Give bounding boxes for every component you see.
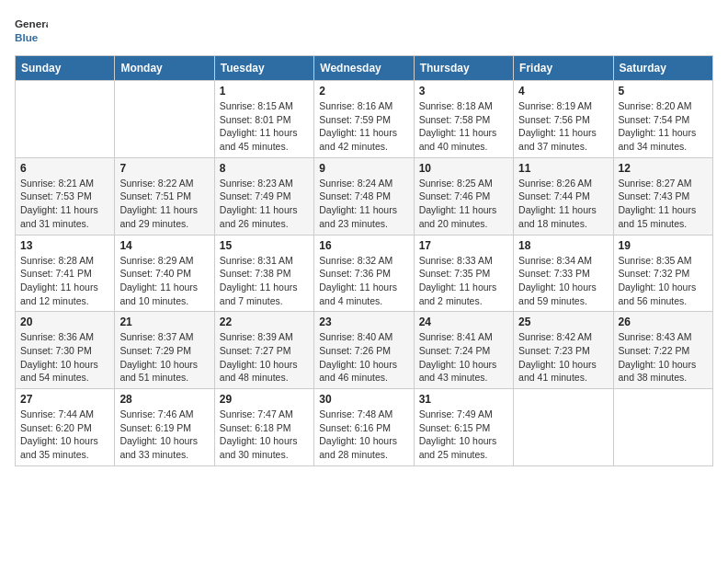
day-number: 15 [220,239,309,252]
day-number: 22 [220,316,309,328]
day-number: 18 [518,239,608,252]
logo-icon: General Blue [15,15,48,48]
day-number: 25 [518,316,608,328]
day-info: Sunrise: 8:31 AMSunset: 7:38 PMDaylight:… [220,254,309,308]
day-number: 27 [20,393,109,406]
header-day-sunday: Sunday [16,56,115,81]
day-info: Sunrise: 8:32 AMSunset: 7:36 PMDaylight:… [319,254,408,308]
header-day-saturday: Saturday [613,56,712,81]
day-info: Sunrise: 7:44 AMSunset: 6:20 PMDaylight:… [20,408,109,462]
day-info: Sunrise: 8:23 AMSunset: 7:49 PMDaylight:… [220,177,309,231]
calendar-header-row: SundayMondayTuesdayWednesdayThursdayFrid… [16,56,713,81]
day-number: 30 [319,393,408,406]
calendar-cell: 6Sunrise: 8:21 AMSunset: 7:53 PMDaylight… [16,157,115,235]
day-number: 24 [419,316,508,328]
calendar-cell: 27Sunrise: 7:44 AMSunset: 6:20 PMDayligh… [16,389,115,466]
week-row-3: 20Sunrise: 8:36 AMSunset: 7:30 PMDayligh… [16,312,713,389]
calendar-cell: 20Sunrise: 8:36 AMSunset: 7:30 PMDayligh… [16,312,115,389]
calendar-cell: 28Sunrise: 7:46 AMSunset: 6:19 PMDayligh… [115,389,214,466]
day-info: Sunrise: 8:18 AMSunset: 7:58 PMDaylight:… [419,99,508,154]
day-info: Sunrise: 8:16 AMSunset: 7:59 PMDaylight:… [319,99,408,154]
calendar-cell: 26Sunrise: 8:43 AMSunset: 7:22 PMDayligh… [613,312,712,389]
calendar-cell [115,81,214,158]
day-number: 19 [619,239,708,252]
calendar-cell: 11Sunrise: 8:26 AMSunset: 7:44 PMDayligh… [514,157,613,235]
calendar-cell: 15Sunrise: 8:31 AMSunset: 7:38 PMDayligh… [214,235,313,312]
day-info: Sunrise: 8:33 AMSunset: 7:35 PMDaylight:… [419,254,508,308]
calendar-cell: 3Sunrise: 8:18 AMSunset: 7:58 PMDaylight… [414,81,513,158]
day-info: Sunrise: 8:42 AMSunset: 7:23 PMDaylight:… [518,330,608,385]
day-number: 20 [20,316,109,328]
calendar-cell: 10Sunrise: 8:25 AMSunset: 7:46 PMDayligh… [414,157,513,235]
day-number: 6 [20,162,109,175]
day-number: 28 [119,393,209,406]
day-number: 11 [518,162,608,175]
day-info: Sunrise: 8:36 AMSunset: 7:30 PMDaylight:… [20,330,109,385]
day-info: Sunrise: 8:25 AMSunset: 7:46 PMDaylight:… [419,177,508,231]
day-number: 13 [20,239,109,252]
page-header: General Blue [15,15,713,48]
day-number: 10 [419,162,508,175]
calendar-cell: 24Sunrise: 8:41 AMSunset: 7:24 PMDayligh… [414,312,513,389]
day-number: 26 [619,316,708,328]
calendar-cell: 2Sunrise: 8:16 AMSunset: 7:59 PMDaylight… [314,81,414,158]
day-info: Sunrise: 8:21 AMSunset: 7:53 PMDaylight:… [20,177,109,231]
calendar-cell: 4Sunrise: 8:19 AMSunset: 7:56 PMDaylight… [514,81,613,158]
calendar-cell: 17Sunrise: 8:33 AMSunset: 7:35 PMDayligh… [414,235,513,312]
day-number: 21 [119,316,209,328]
day-number: 14 [119,239,209,252]
calendar-cell: 5Sunrise: 8:20 AMSunset: 7:54 PMDaylight… [613,81,712,158]
calendar-table: SundayMondayTuesdayWednesdayThursdayFrid… [15,55,713,466]
day-info: Sunrise: 8:39 AMSunset: 7:27 PMDaylight:… [220,330,309,385]
day-info: Sunrise: 8:24 AMSunset: 7:48 PMDaylight:… [319,177,408,231]
calendar-cell: 16Sunrise: 8:32 AMSunset: 7:36 PMDayligh… [314,235,414,312]
calendar-cell [16,81,115,158]
day-info: Sunrise: 8:41 AMSunset: 7:24 PMDaylight:… [419,330,508,385]
day-info: Sunrise: 8:27 AMSunset: 7:43 PMDaylight:… [619,177,708,231]
calendar-body: 1Sunrise: 8:15 AMSunset: 8:01 PMDaylight… [16,81,713,466]
calendar-cell: 19Sunrise: 8:35 AMSunset: 7:32 PMDayligh… [613,235,712,312]
day-info: Sunrise: 7:48 AMSunset: 6:16 PMDaylight:… [319,408,408,462]
day-info: Sunrise: 8:43 AMSunset: 7:22 PMDaylight:… [619,330,708,385]
day-info: Sunrise: 8:40 AMSunset: 7:26 PMDaylight:… [319,330,408,385]
header-day-monday: Monday [115,56,214,81]
calendar-cell: 18Sunrise: 8:34 AMSunset: 7:33 PMDayligh… [514,235,613,312]
week-row-0: 1Sunrise: 8:15 AMSunset: 8:01 PMDaylight… [16,81,713,158]
week-row-2: 13Sunrise: 8:28 AMSunset: 7:41 PMDayligh… [16,235,713,312]
day-info: Sunrise: 8:35 AMSunset: 7:32 PMDaylight:… [619,254,708,308]
calendar-cell [613,389,712,466]
header-day-thursday: Thursday [414,56,513,81]
day-info: Sunrise: 8:26 AMSunset: 7:44 PMDaylight:… [518,177,608,231]
day-number: 2 [319,85,408,98]
calendar-cell: 12Sunrise: 8:27 AMSunset: 7:43 PMDayligh… [613,157,712,235]
calendar-cell: 13Sunrise: 8:28 AMSunset: 7:41 PMDayligh… [16,235,115,312]
day-info: Sunrise: 8:34 AMSunset: 7:33 PMDaylight:… [518,254,608,308]
day-number: 5 [619,85,708,98]
day-number: 17 [419,239,508,252]
day-info: Sunrise: 8:20 AMSunset: 7:54 PMDaylight:… [619,99,708,154]
day-info: Sunrise: 8:22 AMSunset: 7:51 PMDaylight:… [119,177,209,231]
day-number: 12 [619,162,708,175]
svg-text:General: General [15,17,48,29]
day-info: Sunrise: 8:28 AMSunset: 7:41 PMDaylight:… [20,254,109,308]
calendar-cell: 14Sunrise: 8:29 AMSunset: 7:40 PMDayligh… [115,235,214,312]
day-number: 1 [220,85,309,98]
calendar-cell [514,389,613,466]
calendar-cell: 31Sunrise: 7:49 AMSunset: 6:15 PMDayligh… [414,389,513,466]
calendar-cell: 1Sunrise: 8:15 AMSunset: 8:01 PMDaylight… [214,81,313,158]
calendar-cell: 29Sunrise: 7:47 AMSunset: 6:18 PMDayligh… [214,389,313,466]
calendar-cell: 25Sunrise: 8:42 AMSunset: 7:23 PMDayligh… [514,312,613,389]
day-number: 31 [419,393,508,406]
calendar-cell: 23Sunrise: 8:40 AMSunset: 7:26 PMDayligh… [314,312,414,389]
svg-text:Blue: Blue [15,31,39,43]
day-info: Sunrise: 7:49 AMSunset: 6:15 PMDaylight:… [419,408,508,462]
calendar-cell: 22Sunrise: 8:39 AMSunset: 7:27 PMDayligh… [214,312,313,389]
day-info: Sunrise: 8:15 AMSunset: 8:01 PMDaylight:… [220,99,309,154]
header-day-friday: Friday [514,56,613,81]
calendar-cell: 30Sunrise: 7:48 AMSunset: 6:16 PMDayligh… [314,389,414,466]
header-day-tuesday: Tuesday [214,56,313,81]
day-info: Sunrise: 7:47 AMSunset: 6:18 PMDaylight:… [220,408,309,462]
day-number: 8 [220,162,309,175]
calendar-cell: 9Sunrise: 8:24 AMSunset: 7:48 PMDaylight… [314,157,414,235]
day-info: Sunrise: 7:46 AMSunset: 6:19 PMDaylight:… [119,408,209,462]
